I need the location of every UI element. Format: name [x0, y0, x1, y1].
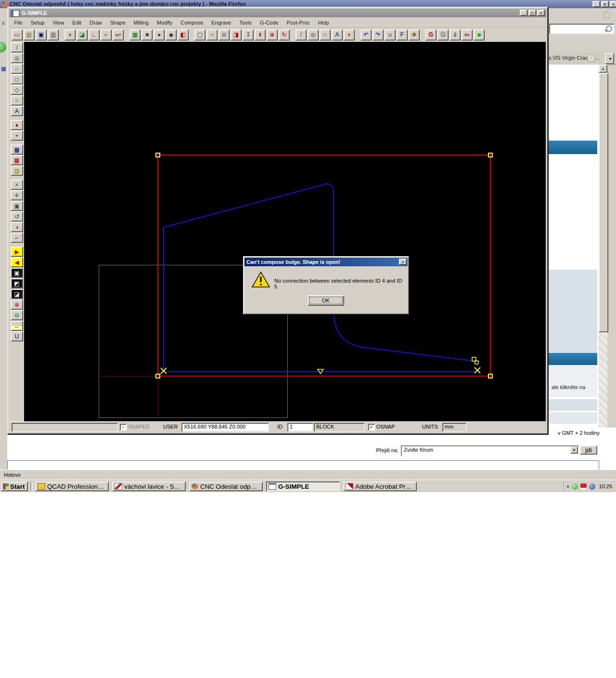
eraser-button[interactable]: ◪ [77, 29, 88, 40]
corner-button[interactable]: ⌐ [101, 29, 112, 40]
palette-rect[interactable]: □ [11, 74, 23, 84]
snaped-checkbox[interactable]: ✓ [120, 424, 127, 430]
palette-stamp[interactable]: ♦ [11, 120, 23, 130]
tray-expand-icon[interactable]: « [566, 483, 570, 490]
taskbar-gsimple[interactable]: G-SIMPLE [266, 482, 340, 491]
pocket-cut-button[interactable]: ◨ [231, 29, 242, 40]
gsimple-maximize-button[interactable]: □ [528, 10, 536, 16]
palette-text[interactable]: A [11, 106, 23, 116]
axes-button[interactable]: ∟ [89, 29, 100, 40]
palette-dxf-export[interactable]: ▶ [11, 247, 23, 257]
pocket-rect-button[interactable]: ▢ [194, 29, 205, 40]
search-input[interactable] [549, 24, 615, 34]
menu-view[interactable]: View [52, 20, 64, 26]
undo-button[interactable]: ↶ [360, 29, 372, 40]
menu-edit[interactable]: Edit [72, 20, 81, 26]
pocket-circle-button[interactable]: ○ [206, 29, 218, 40]
shape-cut-button[interactable]: ◧ [178, 29, 189, 40]
palette-mirror[interactable]: ◑ [11, 222, 23, 232]
dialog-close-button[interactable]: × [399, 259, 407, 265]
scrollbar-thumb[interactable] [599, 73, 608, 332]
scroll-up-icon[interactable]: ▲ [599, 65, 607, 73]
firefox-minimize-button[interactable]: _ [592, 1, 600, 7]
tab-list-arrow-button[interactable]: ▼ [605, 53, 614, 64]
go-button[interactable]: jdi [580, 445, 597, 455]
palette-view-se[interactable]: ◩ [11, 278, 23, 288]
start-button[interactable]: Start [1, 482, 28, 491]
export-button[interactable]: ⇓ [449, 29, 461, 40]
menu-file[interactable]: File [14, 20, 23, 26]
machine-button[interactable]: Ⓖ [437, 29, 449, 40]
back-button-fragment[interactable] [0, 42, 6, 52]
menu-modify[interactable]: Modify [157, 20, 172, 26]
menu-help[interactable]: Help [318, 20, 329, 26]
palette-zoom-in[interactable]: ⊕ [11, 300, 23, 310]
taskbar-qcad[interactable]: QCAD Professional Demo [35, 482, 109, 491]
menu-tools[interactable]: Tools [239, 20, 252, 26]
menu-engrave[interactable]: Engrave [211, 20, 231, 26]
taskbar-sketchup[interactable]: váchovi lavice - SketchU... [112, 482, 186, 491]
palette-arc[interactable]: ∩ [11, 64, 23, 74]
palette-circle[interactable]: ◎ [11, 53, 23, 63]
menu-compose[interactable]: Compose [180, 20, 203, 26]
palette-view-sw[interactable]: ◪ [11, 289, 23, 299]
cad-canvas[interactable]: Can't compose bulge. Shape is open! × No… [24, 42, 546, 422]
palette-select-grid[interactable]: ▦ [11, 144, 23, 155]
forum-select[interactable]: Zvolte fórum ▼ [401, 445, 579, 456]
new-shape-button[interactable]: ▦ [129, 29, 141, 40]
open-button[interactable]: ▤ [24, 29, 35, 40]
palette-measure[interactable]: ↔ [11, 321, 23, 331]
messenger-tray-icon[interactable] [572, 483, 578, 490]
tab-close-icon[interactable]: × [588, 54, 595, 62]
java-tray-icon[interactable] [589, 483, 595, 490]
palette-polygon[interactable]: ◇ [11, 85, 23, 95]
palette-view-top[interactable]: ▣ [11, 268, 23, 278]
text-button[interactable]: A [332, 29, 343, 40]
status-button[interactable]: ● [474, 29, 485, 40]
gsimple-titlebar[interactable]: G-SIMPLE _ □ × [9, 9, 546, 17]
point-button[interactable]: ⌖ [344, 29, 355, 40]
gsimple-close-button[interactable]: × [537, 10, 545, 16]
font-button[interactable]: F [397, 29, 408, 40]
palette-line[interactable]: / [11, 42, 23, 52]
shape-circle-button[interactable]: ● [154, 29, 165, 40]
menu-milling[interactable]: Milling [134, 20, 149, 26]
taskbar-firefox[interactable]: CNC Odeslat odpověď' ( ... [189, 482, 263, 491]
palette-point-grid[interactable]: ▨ [11, 166, 23, 176]
drill-button[interactable]: ↧ [243, 29, 254, 40]
dialog-titlebar[interactable]: Can't compose bulge. Shape is open! × [244, 258, 408, 266]
palette-dxf-import[interactable]: ◀ [11, 257, 23, 267]
print-button[interactable]: ▥ [48, 29, 59, 40]
gsimple-minimize-button[interactable]: _ [520, 10, 527, 16]
menu-shape[interactable]: Shape [110, 20, 126, 26]
drill-pattern-button[interactable]: ⇟ [255, 29, 266, 40]
palette-corner[interactable]: ⌐ [11, 233, 23, 243]
palette-zoom-out[interactable]: ⊖ [11, 310, 23, 320]
menu-draw[interactable]: Draw [90, 20, 102, 26]
chevron-down-icon[interactable]: ▼ [570, 446, 578, 454]
tools-xxt-button[interactable]: xxT [113, 29, 124, 40]
palette-undo[interactable]: U [11, 331, 23, 341]
wrench-button[interactable]: ✱ [409, 29, 420, 40]
taskbar-acrobat[interactable]: Adobe Acrobat Professio... [343, 482, 417, 491]
redo-button[interactable]: ↷ [372, 29, 384, 40]
palette-rotate[interactable]: ↺ [11, 211, 23, 222]
gcode-button[interactable]: G [425, 29, 436, 40]
ok-button[interactable]: OK [308, 295, 344, 306]
thread-button[interactable]: ↻ [279, 29, 290, 40]
palette-trim[interactable]: + [11, 130, 23, 141]
menu-postproc[interactable]: Post-Proc [286, 20, 309, 26]
stamp-button[interactable]: ♦ [64, 29, 76, 40]
palette-move[interactable]: ✛ [11, 190, 23, 200]
ati-tray-icon[interactable] [580, 483, 587, 490]
menu-setup[interactable]: Setup [31, 20, 45, 26]
osnap-checkbox[interactable]: ✓ [368, 424, 375, 430]
firefox-restore-button[interactable]: ⊡ [601, 1, 609, 7]
line-button[interactable]: / [295, 29, 307, 40]
shape-polygon-button[interactable]: ◆ [166, 29, 177, 40]
palette-delete-grid[interactable]: ▩ [11, 155, 23, 165]
arc-button[interactable]: ∩ [320, 29, 331, 40]
page-scrollbar[interactable]: ▲ ▼ [599, 65, 607, 472]
firefox-close-button[interactable]: × [610, 1, 616, 7]
bore-button[interactable]: ⊕ [267, 29, 278, 40]
